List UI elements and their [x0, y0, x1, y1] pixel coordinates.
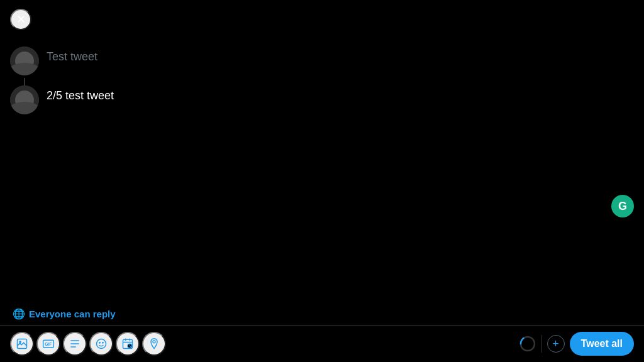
avatar-image-2 — [10, 85, 39, 114]
bottom-toolbar: GIF — [0, 326, 644, 362]
tweet-list: Test tweet 2/5 test tweet — [0, 39, 644, 302]
tweet-composer-modal: ✕ Test tweet 2/5 test tweet G 🌐 Every — [0, 0, 644, 362]
schedule-button[interactable] — [116, 332, 140, 356]
tweet-text-2[interactable]: 2/5 test tweet — [47, 89, 114, 102]
progress-circle — [519, 335, 536, 353]
tweet-content-2[interactable]: 2/5 test tweet — [47, 85, 634, 104]
tweet-item-2: 2/5 test tweet — [10, 80, 634, 119]
tweet-all-button[interactable]: Tweet all — [570, 332, 634, 356]
close-icon: ✕ — [16, 13, 26, 26]
reply-setting-label[interactable]: Everyone can reply — [29, 309, 116, 319]
add-tweet-button[interactable]: + — [547, 335, 565, 353]
gif-button[interactable]: GIF — [36, 332, 60, 356]
toolbar-right: + Tweet all — [519, 332, 634, 356]
avatar-2 — [10, 85, 39, 114]
location-button[interactable] — [142, 332, 166, 356]
top-bar: ✕ — [0, 0, 644, 39]
avatar-image-1 — [10, 47, 39, 75]
emoji-icon — [95, 337, 108, 350]
tweet-content-1[interactable]: Test tweet — [47, 47, 634, 65]
image-icon — [16, 337, 28, 350]
emoji-button[interactable] — [89, 332, 113, 356]
close-button[interactable]: ✕ — [10, 9, 31, 30]
thread-icon — [69, 337, 81, 350]
svg-point-15 — [153, 341, 155, 343]
svg-point-1 — [19, 341, 21, 343]
svg-point-9 — [103, 343, 104, 344]
image-button[interactable] — [10, 332, 34, 356]
tweet-all-label: Tweet all — [581, 338, 623, 349]
toolbar-icons: GIF — [10, 332, 516, 356]
grammarly-icon[interactable]: G — [611, 195, 634, 217]
reply-setting[interactable]: 🌐 Everyone can reply — [0, 302, 644, 325]
globe-icon: 🌐 — [13, 308, 25, 320]
tweet-item-1: Test tweet — [10, 41, 634, 80]
tweet-text-1[interactable]: Test tweet — [47, 50, 97, 63]
svg-point-7 — [97, 339, 106, 349]
vertical-divider — [541, 335, 542, 353]
svg-text:GIF: GIF — [45, 342, 52, 346]
avatar-1 — [10, 47, 39, 75]
thread-button[interactable] — [63, 332, 87, 356]
schedule-icon — [121, 337, 134, 350]
svg-point-8 — [99, 343, 101, 344]
add-icon: + — [552, 337, 559, 351]
gif-icon: GIF — [42, 337, 55, 350]
location-icon — [148, 337, 160, 350]
